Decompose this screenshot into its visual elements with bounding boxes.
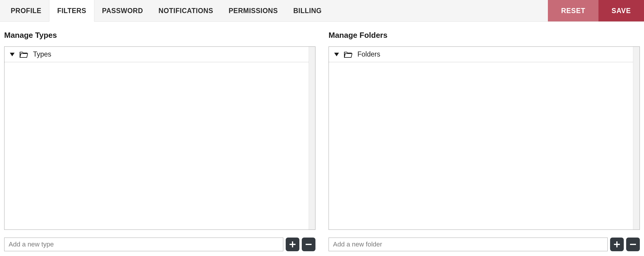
tab-profile[interactable]: PROFILE bbox=[3, 0, 49, 21]
save-button[interactable]: SAVE bbox=[598, 0, 644, 21]
tab-password[interactable]: PASSWORD bbox=[94, 0, 151, 21]
tab-notifications[interactable]: NOTIFICATIONS bbox=[151, 0, 221, 21]
folders-tree-root-label: Folders bbox=[357, 50, 380, 58]
tab-permissions[interactable]: PERMISSIONS bbox=[221, 0, 285, 21]
folders-panel-title: Manage Folders bbox=[329, 31, 640, 40]
types-add-row bbox=[4, 238, 315, 251]
folder-open-icon bbox=[344, 51, 353, 58]
folders-tree-scrollbar[interactable] bbox=[633, 47, 640, 230]
folders-tree-root[interactable]: Folders bbox=[329, 47, 633, 62]
types-tree-body[interactable]: Types bbox=[4, 47, 309, 230]
remove-folder-button[interactable] bbox=[626, 238, 640, 251]
types-tree-root-label: Types bbox=[33, 50, 51, 58]
folders-tree-body[interactable]: Folders bbox=[329, 47, 633, 230]
types-tree-root[interactable]: Types bbox=[4, 47, 309, 62]
caret-down-icon[interactable] bbox=[334, 53, 339, 56]
reset-button[interactable]: RESET bbox=[548, 0, 598, 21]
tab-bar: PROFILE FILTERS PASSWORD NOTIFICATIONS P… bbox=[0, 0, 644, 22]
plus-icon bbox=[614, 241, 620, 247]
add-type-input[interactable] bbox=[4, 238, 283, 251]
main-content: Manage Types Types bbox=[0, 22, 644, 251]
remove-type-button[interactable] bbox=[302, 238, 315, 251]
folders-add-row bbox=[329, 238, 640, 251]
plus-icon bbox=[290, 241, 296, 247]
tab-billing[interactable]: BILLING bbox=[285, 0, 329, 21]
add-folder-input[interactable] bbox=[329, 238, 608, 251]
minus-icon bbox=[306, 241, 312, 247]
add-folder-button[interactable] bbox=[610, 238, 624, 251]
types-tree-scrollbar[interactable] bbox=[309, 47, 315, 230]
types-tree: Types bbox=[4, 46, 315, 230]
folder-open-icon bbox=[19, 51, 28, 58]
folders-tree: Folders bbox=[329, 46, 640, 230]
svg-rect-1 bbox=[630, 244, 636, 245]
folders-panel: Manage Folders Folders bbox=[329, 31, 640, 251]
add-type-button[interactable] bbox=[286, 238, 299, 251]
tab-spacer bbox=[329, 0, 548, 21]
caret-down-icon[interactable] bbox=[10, 53, 15, 56]
svg-rect-0 bbox=[306, 244, 312, 245]
types-panel-title: Manage Types bbox=[4, 31, 315, 40]
types-panel: Manage Types Types bbox=[4, 31, 315, 251]
minus-icon bbox=[630, 241, 636, 247]
tab-filters[interactable]: FILTERS bbox=[49, 0, 94, 22]
